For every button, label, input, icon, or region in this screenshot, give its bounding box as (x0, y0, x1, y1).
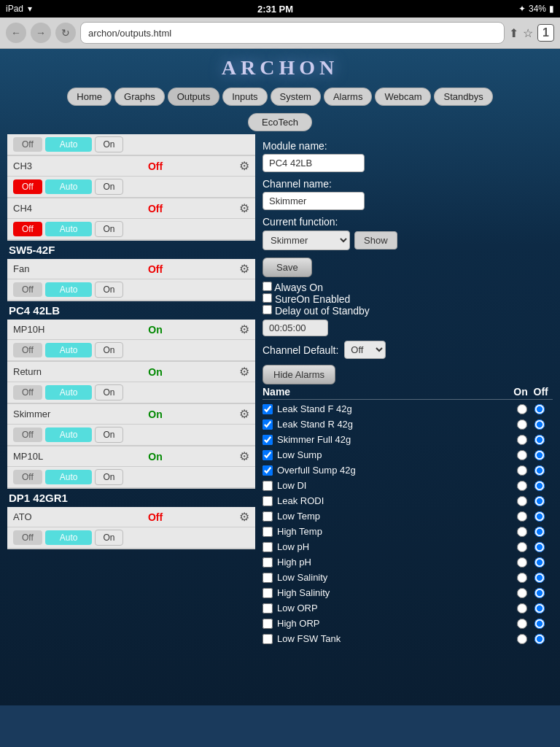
url-bar[interactable]: archon/outputs.html (80, 22, 505, 44)
alarm-off-low-orp[interactable] (534, 603, 545, 614)
nav-outputs[interactable]: Outputs (168, 88, 220, 106)
alarm-on-high-salinity[interactable] (517, 588, 527, 598)
delay-standby-checkbox-label[interactable]: Delay out of Standby (262, 303, 370, 318)
btn-auto-ch3[interactable]: Auto (45, 179, 93, 194)
btn-off-mp10l[interactable]: Off (13, 470, 42, 484)
nav-system[interactable]: System (271, 88, 321, 106)
save-button[interactable]: Save (262, 258, 312, 277)
alarm-cb-low-fsw-tank[interactable] (262, 634, 273, 644)
btn-off-return[interactable]: Off (13, 385, 42, 400)
nav-alarms[interactable]: Alarms (324, 88, 372, 106)
alarm-off-high-salinity[interactable] (534, 588, 545, 598)
alarm-cb-low-sump[interactable] (262, 450, 273, 460)
btn-off-ch4[interactable]: Off (13, 222, 42, 236)
alarm-off-low-ph[interactable] (534, 542, 545, 552)
alarm-cb-low-orp[interactable] (262, 603, 273, 614)
alarm-on-low-sump[interactable] (517, 450, 527, 460)
alarm-on-skimmer-full[interactable] (517, 435, 527, 445)
btn-on-mp10h[interactable]: On (95, 342, 122, 358)
ato-gear-icon[interactable]: ⚙ (239, 510, 249, 524)
alarm-off-leak-stand-f[interactable] (534, 404, 545, 414)
alarm-cb-high-ph[interactable] (262, 557, 273, 568)
alarm-off-overfull-sump[interactable] (534, 465, 545, 476)
alarm-off-low-fsw-tank[interactable] (534, 634, 545, 644)
alarm-cb-low-temp[interactable] (262, 511, 273, 522)
alarm-cb-leak-stand-f[interactable] (262, 404, 273, 414)
alarm-on-low-temp[interactable] (517, 511, 527, 522)
alarm-cb-low-salinity[interactable] (262, 573, 273, 583)
btn-on-ch3[interactable]: On (95, 179, 122, 195)
btn-off-top1[interactable]: Off (13, 137, 42, 152)
alarm-on-low-ph[interactable] (517, 542, 527, 552)
sureon-checkbox[interactable] (262, 293, 272, 303)
alarm-on-low-orp[interactable] (517, 603, 527, 614)
alarm-off-skimmer-full[interactable] (534, 435, 545, 445)
alarm-on-overfull-sump[interactable] (517, 465, 527, 476)
return-gear-icon[interactable]: ⚙ (239, 365, 249, 379)
btn-on-mp10l[interactable]: On (95, 469, 122, 485)
channel-default-select[interactable]: Off On Auto (344, 341, 386, 359)
time-input[interactable] (262, 320, 328, 336)
nav-inputs[interactable]: Inputs (222, 88, 267, 106)
btn-auto-ato[interactable]: Auto (45, 530, 93, 545)
btn-auto-mp10l[interactable]: Auto (45, 470, 93, 484)
alarm-off-high-temp[interactable] (534, 527, 545, 537)
btn-off-ato[interactable]: Off (13, 530, 42, 545)
alarm-off-low-sump[interactable] (534, 450, 545, 460)
btn-off-mp10h[interactable]: Off (13, 343, 42, 357)
delay-standby-checkbox[interactable] (262, 305, 272, 314)
alarm-cb-leak-stand-r[interactable] (262, 419, 273, 430)
alarm-on-leak-stand-r[interactable] (517, 419, 527, 430)
back-button[interactable]: ← (6, 23, 26, 43)
btn-on-top1[interactable]: On (95, 136, 122, 152)
alarm-on-low-di[interactable] (517, 481, 527, 491)
alarm-cb-high-salinity[interactable] (262, 588, 273, 598)
function-select[interactable]: Skimmer (262, 231, 350, 250)
alarm-on-high-ph[interactable] (517, 557, 527, 568)
alarm-cb-low-ph[interactable] (262, 542, 273, 552)
alarm-off-low-di[interactable] (534, 481, 545, 491)
always-on-checkbox[interactable] (262, 282, 272, 291)
btn-auto-fan[interactable]: Auto (45, 282, 93, 297)
mp10l-gear-icon[interactable]: ⚙ (239, 449, 249, 463)
alarm-off-leak-rodi[interactable] (534, 496, 545, 506)
alarm-cb-high-temp[interactable] (262, 527, 273, 537)
btn-auto-return[interactable]: Auto (45, 385, 93, 400)
tab-count[interactable]: 1 (537, 24, 554, 42)
alarm-on-leak-stand-f[interactable] (517, 404, 527, 414)
btn-on-return[interactable]: On (95, 384, 122, 400)
nav-graphs[interactable]: Graphs (114, 88, 165, 106)
ch3-gear-icon[interactable]: ⚙ (239, 159, 249, 173)
alarm-off-leak-stand-r[interactable] (534, 419, 545, 430)
btn-auto-top1[interactable]: Auto (45, 137, 93, 152)
alarm-off-low-temp[interactable] (534, 511, 545, 522)
btn-off-fan[interactable]: Off (13, 282, 42, 297)
forward-button[interactable]: → (31, 23, 51, 43)
fan-gear-icon[interactable]: ⚙ (239, 262, 249, 276)
refresh-button[interactable]: ↻ (55, 23, 76, 43)
show-button[interactable]: Show (354, 231, 397, 249)
btn-on-skimmer[interactable]: On (95, 427, 122, 443)
btn-off-skimmer[interactable]: Off (13, 427, 42, 442)
btn-on-ato[interactable]: On (95, 530, 122, 546)
module-name-input[interactable] (262, 154, 365, 172)
nav-webcam[interactable]: Webcam (375, 88, 431, 106)
alarm-off-low-salinity[interactable] (534, 573, 545, 583)
skimmer-gear-icon[interactable]: ⚙ (239, 407, 249, 421)
ch4-gear-icon[interactable]: ⚙ (239, 201, 249, 215)
mp10h-gear-icon[interactable]: ⚙ (239, 322, 249, 336)
ecotech-button[interactable]: EcoTech (248, 113, 312, 131)
btn-auto-ch4[interactable]: Auto (45, 222, 93, 236)
nav-standbys[interactable]: Standbys (434, 88, 492, 106)
alarm-cb-skimmer-full[interactable] (262, 435, 273, 445)
btn-auto-skimmer[interactable]: Auto (45, 427, 93, 442)
alarm-cb-low-di[interactable] (262, 481, 273, 491)
alarm-on-high-temp[interactable] (517, 527, 527, 537)
share-icon[interactable]: ⬆ (509, 26, 518, 40)
alarm-off-high-orp[interactable] (534, 619, 545, 629)
bookmark-icon[interactable]: ☆ (523, 26, 533, 40)
alarm-on-low-salinity[interactable] (517, 573, 527, 583)
alarm-cb-leak-rodi[interactable] (262, 496, 273, 506)
alarm-on-leak-rodi[interactable] (517, 496, 527, 506)
nav-home[interactable]: Home (67, 88, 112, 106)
